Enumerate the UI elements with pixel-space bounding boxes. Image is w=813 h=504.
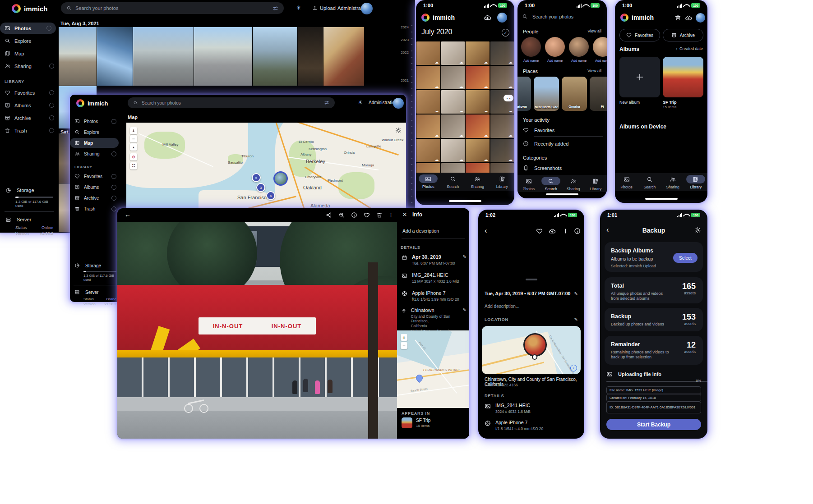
nav-search[interactable]: Search [638,173,661,191]
photo-thumbnail[interactable]: ☁ [441,66,465,89]
photo-thumbnail[interactable]: ☁ [416,41,440,65]
sidebar-item-favorites[interactable]: Favorites [0,87,59,98]
sort-created-date[interactable]: ↑ Created date [675,46,703,51]
info-icon[interactable] [574,228,581,234]
nav-photos[interactable]: Photos [615,173,638,191]
photo-thumbnail[interactable]: ☁ [490,115,514,138]
sidebar-item-favorites[interactable]: Favorites [70,171,121,181]
map-location-button[interactable]: ⊘ [130,153,137,160]
map-fullscreen-button[interactable]: ⛶ [130,162,137,170]
photo-thumbnail[interactable]: ☁ [466,41,490,65]
search-filter-icon[interactable] [324,100,329,105]
recently-added-row[interactable]: Recently added [523,141,568,147]
people-view-all-link[interactable]: View all [587,29,601,33]
person-face[interactable] [593,37,607,57]
back-button[interactable]: ← [125,211,131,218]
favorites-row[interactable]: Favorites [523,127,554,133]
theme-toggle-icon[interactable]: ☀ [296,5,301,11]
map-photo-marker[interactable] [273,171,288,186]
user-avatar[interactable] [497,13,507,23]
search-input[interactable]: Search your photos [128,97,335,108]
place-card[interactable]: Pi [590,77,607,111]
map-photo-cluster[interactable]: 5 [252,173,261,182]
nav-sharing[interactable]: Sharing [661,173,684,191]
backup-cloud-icon[interactable] [484,14,491,22]
map-zoom-in-button[interactable]: + [130,127,137,134]
screenshots-row[interactable]: Screenshots [523,165,562,171]
photo-thumbnail[interactable]: ☁ [466,139,490,162]
person-face[interactable] [569,37,589,57]
search-input[interactable]: Search your photos [61,2,284,14]
backup-cloud-icon[interactable] [685,14,692,22]
map-photo-cluster[interactable]: 3 [256,183,265,192]
sidebar-item-photos[interactable]: Photos [0,23,56,34]
map-zoom-out-button[interactable]: − [130,135,137,142]
photo-thumbnail[interactable]: ☁ [441,90,465,114]
edit-location-icon[interactable]: ✎ [463,307,467,334]
sidebar-item-photos[interactable]: Photos [70,116,121,126]
photo-thumbnail[interactable]: ☁ [490,41,514,65]
location-mini-map[interactable]: Pier 45 FISHERMAN'S WHARF Beach Street +… [397,330,469,408]
sidebar-item-explore[interactable]: Explore [0,35,59,46]
add-description-field[interactable]: Add a description [402,228,439,234]
sidebar-item-sharing[interactable]: Sharing [0,60,59,72]
timeline-photo[interactable] [194,27,252,86]
photo-thumbnail[interactable]: ☁ [416,90,440,114]
map-settings-gear-icon[interactable] [395,127,402,133]
add-name-link[interactable]: Add name [593,59,607,63]
location-map-card[interactable]: The Embarcadero - San Francisco Ferry i [482,326,581,374]
favorite-heart-icon[interactable] [536,228,543,234]
add-name-link[interactable]: Add name [521,59,541,63]
sidebar-item-explore[interactable]: Explore [70,127,121,137]
edit-location-icon[interactable]: ✎ [574,317,578,322]
sidebar-item-trash[interactable]: Trash [70,204,121,214]
settings-gear-icon[interactable] [694,227,701,234]
photo-thumbnail[interactable]: ☁ [416,66,440,89]
start-backup-button[interactable]: Start Backup [606,419,701,430]
delete-trash-icon[interactable] [376,212,383,218]
photo-thumbnail[interactable]: ☁ [441,41,465,65]
sidebar-item-trash[interactable]: Trash [0,125,59,136]
favorites-button[interactable]: Favorites [619,29,660,41]
photo-thumbnail[interactable]: ☁ [490,139,514,162]
edit-date-icon[interactable]: ✎ [574,291,578,296]
favorite-heart-icon[interactable] [364,212,370,218]
photo-thumbnail[interactable]: ☁ [466,66,490,89]
photo-thumbnail[interactable]: ☁ [490,90,514,114]
place-card[interactable]: Omaha [562,77,587,111]
album-card-sf-trip[interactable] [663,57,703,97]
new-album-card[interactable] [619,57,660,97]
back-chevron-icon[interactable]: ‹ [485,227,487,235]
timeline-photo[interactable] [298,27,323,86]
sidebar-item-archive[interactable]: Archive [0,112,59,124]
map-attribution-info-icon[interactable]: i [570,365,577,371]
nav-library[interactable]: Library [585,175,607,192]
nav-library[interactable]: Library [684,173,707,191]
photo-thumbnail[interactable]: ☁ [416,139,440,162]
select-all-check-icon[interactable]: ✓ [502,29,509,37]
person-face[interactable] [545,37,565,57]
add-description-field[interactable]: Add description... [485,304,519,309]
timeline-photo[interactable] [133,27,194,86]
minimap-zoom-in[interactable]: + [401,334,407,341]
timeline-photo[interactable] [59,27,97,86]
add-name-link[interactable]: Add name [569,59,589,63]
nav-photos[interactable]: Photos [416,173,441,191]
search-input[interactable]: Search your photos [522,14,602,19]
edit-date-icon[interactable]: ✎ [463,254,467,266]
nav-sharing[interactable]: Sharing [465,173,490,191]
search-filter-icon[interactable] [273,5,278,11]
minimap-zoom-out[interactable]: − [401,342,407,349]
map-compass-button[interactable]: ▲ [130,143,137,151]
sidebar-item-archive[interactable]: Archive [70,193,121,203]
photo-thumbnail[interactable]: ☁ [466,90,490,114]
places-view-all-link[interactable]: View all [587,69,601,73]
timeline-photo[interactable] [253,27,297,86]
archive-button[interactable]: Archive [663,29,703,41]
photo-thumbnail[interactable]: ☁ [441,115,465,138]
user-avatar[interactable] [393,98,404,109]
user-avatar[interactable] [361,3,373,14]
album-link-row[interactable]: SF Trip 15 items [402,417,467,428]
sidebar-item-albums[interactable]: Albums [0,100,59,111]
trash-icon[interactable] [674,14,681,21]
